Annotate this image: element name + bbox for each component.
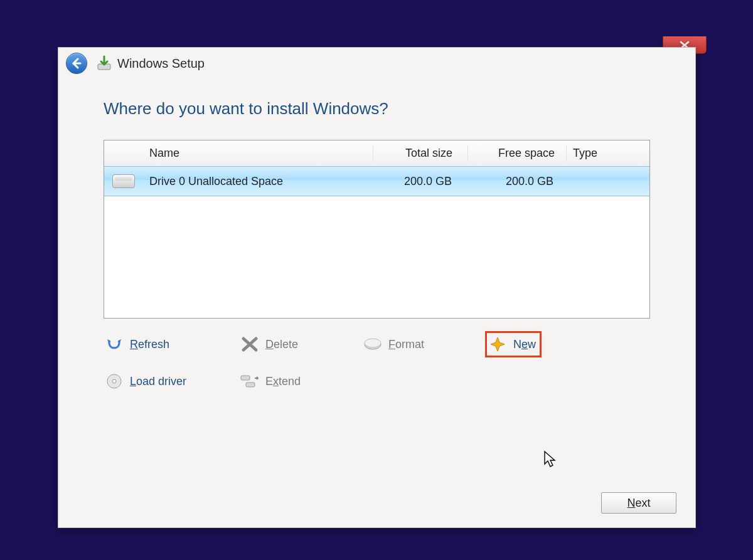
- svg-rect-6: [241, 376, 250, 380]
- drive-row[interactable]: Drive 0 Unallocated Space 200.0 GB 200.0…: [104, 166, 649, 196]
- refresh-label: Refresh: [130, 338, 169, 351]
- cursor-icon: [543, 450, 557, 471]
- format-icon: [363, 335, 382, 353]
- next-button[interactable]: Next: [601, 492, 676, 514]
- setup-icon: [96, 55, 112, 71]
- new-label: New: [513, 338, 536, 351]
- disc-icon: [105, 372, 124, 390]
- extend-button[interactable]: Extend: [239, 370, 362, 393]
- window-title: Windows Setup: [117, 56, 205, 71]
- col-header-total[interactable]: Total size: [373, 147, 467, 160]
- load-driver-label: Load driver: [130, 375, 186, 388]
- drive-total: 200.0 GB: [373, 175, 467, 188]
- page-heading: Where do you want to install Windows?: [104, 99, 650, 119]
- setup-dialog: Windows Setup Where do you want to insta…: [58, 47, 696, 528]
- delete-label: Delete: [265, 338, 298, 351]
- back-button[interactable]: [66, 53, 87, 74]
- drive-icon: [112, 174, 135, 188]
- drive-tools: Refresh Delete Format: [104, 331, 650, 393]
- new-button[interactable]: New: [485, 331, 542, 357]
- load-driver-button[interactable]: Load driver: [104, 370, 239, 393]
- titlebar: Windows Setup: [58, 48, 695, 79]
- extend-icon: [240, 372, 259, 390]
- format-label: Format: [388, 338, 424, 351]
- drive-name: Drive 0 Unallocated Space: [143, 175, 373, 188]
- drive-free: 200.0 GB: [467, 175, 565, 188]
- extend-label: Extend: [265, 375, 301, 388]
- col-header-free[interactable]: Free space: [468, 147, 566, 160]
- refresh-icon: [105, 335, 124, 353]
- col-header-name[interactable]: Name: [143, 147, 373, 160]
- delete-icon: [240, 335, 259, 353]
- col-header-type[interactable]: Type: [567, 147, 648, 160]
- svg-rect-7: [246, 383, 255, 387]
- next-label: Next: [627, 497, 650, 510]
- format-button[interactable]: Format: [362, 333, 485, 356]
- delete-button[interactable]: Delete: [239, 333, 362, 356]
- drive-list-header: Name Total size Free space Type: [104, 140, 649, 167]
- new-icon: [488, 335, 507, 353]
- refresh-button[interactable]: Refresh: [104, 333, 239, 356]
- drive-list: Name Total size Free space Type Drive 0 …: [104, 140, 650, 319]
- svg-point-5: [112, 379, 116, 383]
- svg-point-3: [365, 339, 381, 347]
